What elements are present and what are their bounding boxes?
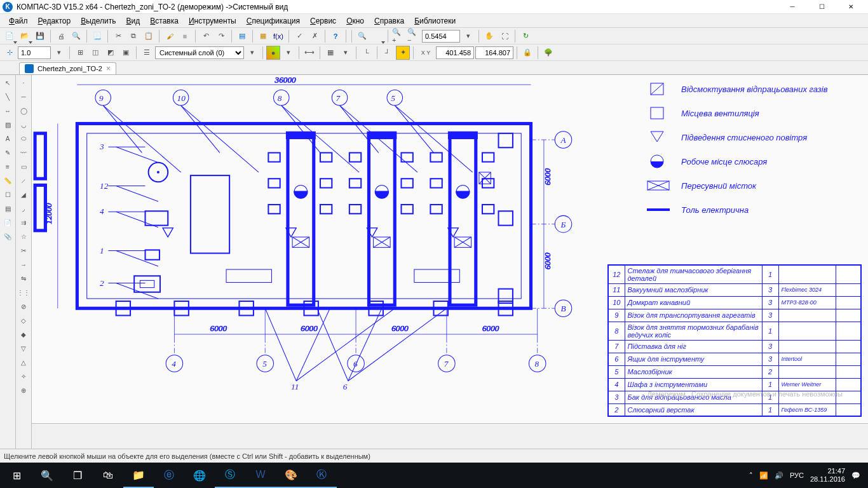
- paste-button[interactable]: [142, 29, 156, 43]
- chamfer-tool[interactable]: ◢: [17, 188, 30, 201]
- array-tool[interactable]: ⋮⋮: [17, 286, 30, 299]
- menu-файл[interactable]: Файл: [4, 15, 33, 27]
- layer-combo[interactable]: Системный слой (0): [155, 46, 244, 59]
- tray-network-icon[interactable]: 📶: [759, 471, 768, 480]
- copy-button[interactable]: [126, 29, 140, 43]
- new-button[interactable]: [3, 29, 17, 43]
- report-tool[interactable]: 📄: [1, 216, 14, 229]
- menu-справка[interactable]: Справка: [369, 15, 409, 27]
- redo-button[interactable]: [214, 29, 228, 43]
- menu-вставка[interactable]: Вставка: [145, 15, 184, 27]
- doc-tab-active[interactable]: Chertezh_zoni_TO-2 ×: [19, 62, 116, 74]
- doc-tab-close[interactable]: ×: [106, 64, 111, 73]
- pan-button[interactable]: ✋: [482, 29, 496, 43]
- menu-окно[interactable]: Окно: [341, 15, 369, 27]
- text-tool[interactable]: A: [1, 132, 14, 145]
- aux-tool[interactable]: ☆: [17, 230, 30, 243]
- ortho-button[interactable]: ⊹: [3, 46, 17, 60]
- trim-tool[interactable]: ✂: [17, 244, 30, 257]
- segment-tool[interactable]: ─: [17, 90, 30, 103]
- edit-tool[interactable]: ✎: [1, 146, 14, 159]
- store-button[interactable]: 🛍: [93, 463, 123, 488]
- extra5-tool[interactable]: ✧: [17, 370, 30, 383]
- select-tool[interactable]: ☐: [1, 188, 14, 201]
- menu-библиотеки[interactable]: Библиотеки: [409, 15, 461, 27]
- skype-button[interactable]: Ⓢ: [215, 463, 245, 488]
- cursor-tool[interactable]: ↖: [1, 76, 14, 89]
- zoom-value-input[interactable]: [422, 30, 460, 43]
- copy-props-button[interactable]: 🖌: [163, 29, 177, 43]
- measure-tool[interactable]: 📏: [1, 174, 14, 187]
- param-tool[interactable]: ≡: [1, 160, 14, 173]
- taskview-button[interactable]: ❐: [62, 463, 93, 488]
- start-button[interactable]: ⊞: [1, 463, 32, 488]
- polyline-tool[interactable]: ⟋: [17, 174, 30, 187]
- print-button[interactable]: [54, 29, 68, 43]
- ellipse-tool[interactable]: ⬭: [17, 132, 30, 145]
- ortho-toggle-button[interactable]: └: [360, 46, 374, 60]
- close-button[interactable]: ✕: [836, 0, 865, 14]
- snap1-button[interactable]: ⊞: [73, 46, 87, 60]
- zoom-increase-button[interactable]: 🔍+: [391, 29, 405, 43]
- extra4-tool[interactable]: △: [17, 356, 30, 369]
- maximize-button[interactable]: ☐: [807, 0, 836, 14]
- linewidth-dd[interactable]: ▾: [52, 46, 66, 60]
- point-tool[interactable]: ·: [17, 76, 30, 89]
- snap4-button[interactable]: ▣: [119, 46, 133, 60]
- tree-button[interactable]: 🌳: [541, 46, 555, 60]
- minimize-button[interactable]: ─: [778, 0, 807, 14]
- open-button[interactable]: [18, 29, 32, 43]
- rect-tool[interactable]: ▭: [17, 160, 30, 173]
- layer-icon[interactable]: ☰: [140, 46, 154, 60]
- menu-вид[interactable]: Вид: [121, 15, 146, 27]
- undo-button[interactable]: [199, 29, 213, 43]
- spline-tool[interactable]: 〰: [17, 146, 30, 159]
- snap-dim-button[interactable]: ⟷: [302, 46, 316, 60]
- library-button[interactable]: ▦: [256, 29, 270, 43]
- menu-спецификация[interactable]: Спецификация: [241, 15, 305, 27]
- color-button[interactable]: ●: [266, 46, 280, 60]
- grid-button[interactable]: ▦: [323, 46, 337, 60]
- manager-button[interactable]: ▤: [235, 29, 249, 43]
- word-button[interactable]: W: [245, 463, 276, 488]
- coord-x-input[interactable]: [436, 46, 474, 59]
- explorer-button[interactable]: 📁: [123, 463, 154, 488]
- cut-button[interactable]: [111, 29, 125, 43]
- tray-clock[interactable]: 21:47 28.11.2016: [810, 467, 845, 484]
- lock-coord-button[interactable]: 🔒: [520, 46, 534, 60]
- mirror-tool[interactable]: ⇋: [17, 272, 30, 285]
- print-special-button[interactable]: 📃: [90, 29, 104, 43]
- hatch-tool[interactable]: ▨: [1, 118, 14, 131]
- spec-tool[interactable]: ▤: [1, 202, 14, 215]
- color-dd[interactable]: ▾: [281, 46, 295, 60]
- extra2-tool[interactable]: ◆: [17, 328, 30, 341]
- grid-dd[interactable]: ▾: [339, 46, 353, 60]
- menu-сервис[interactable]: Сервис: [305, 15, 341, 27]
- save-button[interactable]: [33, 29, 47, 43]
- stop-button[interactable]: ✗: [308, 29, 322, 43]
- zoom-frame-button[interactable]: 🔍: [355, 29, 369, 43]
- extra6-tool[interactable]: ⊕: [17, 384, 30, 396]
- linewidth-input[interactable]: [18, 46, 51, 59]
- tray-volume-icon[interactable]: 🔊: [775, 471, 783, 480]
- menu-инструменты[interactable]: Инструменты: [184, 15, 241, 27]
- extra3-tool[interactable]: ▽: [17, 342, 30, 355]
- snap2-button[interactable]: ◫: [88, 46, 102, 60]
- snap3-button[interactable]: ◩: [104, 46, 118, 60]
- refresh-button[interactable]: ✓: [292, 29, 306, 43]
- preview-button[interactable]: [69, 29, 83, 43]
- offset-tool[interactable]: ⇉: [17, 216, 30, 229]
- properties-button[interactable]: ≡: [178, 29, 192, 43]
- menu-редактор[interactable]: Редактор: [33, 15, 76, 27]
- extra1-tool[interactable]: ◇: [17, 314, 30, 327]
- round-button[interactable]: ┘: [381, 46, 395, 60]
- zoom-dropdown-button[interactable]: [370, 29, 384, 43]
- fillet-tool[interactable]: ◞: [17, 202, 30, 215]
- dim-tool[interactable]: ↔: [1, 104, 14, 117]
- coord-y-input[interactable]: [475, 46, 513, 59]
- variables-button[interactable]: f(x): [271, 29, 285, 43]
- help-cursor-button[interactable]: ?: [329, 29, 342, 43]
- layer-dd[interactable]: ▾: [245, 46, 259, 60]
- extend-tool[interactable]: →: [17, 258, 30, 271]
- arc-tool[interactable]: ◡: [17, 118, 30, 131]
